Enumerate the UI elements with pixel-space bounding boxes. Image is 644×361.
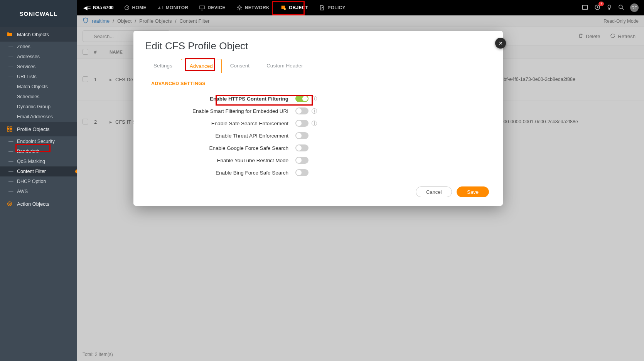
sidebar-section-label: Profile Objects xyxy=(17,126,50,132)
save-button[interactable]: Save xyxy=(457,186,489,197)
dash-icon: — xyxy=(8,84,13,89)
dash-icon: — xyxy=(8,114,13,119)
tab-settings[interactable]: Settings xyxy=(145,59,181,73)
svg-rect-10 xyxy=(582,5,588,9)
network-icon xyxy=(236,5,243,11)
dash-icon: — xyxy=(8,54,13,59)
brand-text: SONICWALL xyxy=(20,10,58,17)
tab-consent[interactable]: Consent xyxy=(222,59,258,73)
sidebar-section-match-objects[interactable]: Match Objects xyxy=(0,27,77,42)
policy-icon xyxy=(319,5,325,11)
modal-edit-cfs-profile: ✕ Edit CFS Profile Object SettingsAdvanc… xyxy=(133,31,503,206)
sidebar-item-aws[interactable]: —AWS xyxy=(0,186,77,196)
close-icon: ✕ xyxy=(499,40,503,46)
toggle[interactable] xyxy=(295,169,309,176)
sidebar-section-action-objects[interactable]: Action Objects xyxy=(0,196,77,211)
svg-point-9 xyxy=(284,8,286,10)
app-root: SONICWALL Match Objects —Zones—Addresses… xyxy=(0,0,644,361)
nav-policy[interactable]: POLICY xyxy=(314,0,351,15)
setting-label: Enable YouTube Restrict Mode xyxy=(145,158,295,163)
sidebar-section-label: Action Objects xyxy=(17,201,49,207)
modal-close-button[interactable]: ✕ xyxy=(495,38,506,49)
dash-icon: — xyxy=(8,44,13,49)
cancel-button[interactable]: Cancel xyxy=(416,186,452,197)
sidebar-section-label: Match Objects xyxy=(17,32,49,37)
avatar-initials: DE xyxy=(631,5,637,10)
topnav: ◀≡ NSa 6700 HOMEMONITORDEVICENETWORKOBJE… xyxy=(0,0,644,15)
collapse-sidebar-icon[interactable]: ◀≡ xyxy=(81,5,93,11)
svg-point-8 xyxy=(239,7,240,8)
dash-icon: — xyxy=(8,169,13,174)
sidebar-item-endpoint-security[interactable]: —Endpoint Security xyxy=(0,136,77,146)
setting-label: Enable HTTPS Content Filtering xyxy=(145,96,295,102)
sidebar-item-services[interactable]: —Services xyxy=(0,62,77,72)
sidebar-item-qos-marking[interactable]: —QoS Marking xyxy=(0,156,77,166)
setting-enable-google-force-safe-search: Enable Google Force Safe Search xyxy=(145,142,491,154)
dash-icon: — xyxy=(8,189,13,194)
alerts-icon[interactable]: 7 xyxy=(594,4,601,12)
setting-enable-bing-force-safe-search: Enable Bing Force Safe Search xyxy=(145,166,491,179)
sidebar-item-addresses[interactable]: —Addresses xyxy=(0,52,77,62)
toggle[interactable] xyxy=(295,120,309,127)
info-icon[interactable]: i xyxy=(312,96,317,101)
avatar[interactable]: DE xyxy=(630,3,639,12)
modal-tabs: SettingsAdvancedConsentCustom Header xyxy=(145,59,491,73)
toggle[interactable] xyxy=(295,157,309,164)
sidebar-item-dynamic-group[interactable]: —Dynamic Group xyxy=(0,102,77,112)
svg-rect-2 xyxy=(7,129,9,131)
home-icon xyxy=(124,5,130,11)
search-icon[interactable] xyxy=(618,4,625,12)
svg-rect-3 xyxy=(10,129,12,131)
sidebar-item-content-filter[interactable]: —Content Filter xyxy=(0,166,77,176)
sidebar-item-uri-lists[interactable]: —URI Lists xyxy=(0,72,77,82)
nav-monitor[interactable]: MONITOR xyxy=(152,0,194,15)
svg-rect-7 xyxy=(200,6,204,9)
setting-label: Enable Threat API Enforcement xyxy=(145,133,295,139)
tab-advanced[interactable]: Advanced xyxy=(181,59,222,73)
dash-icon: — xyxy=(8,139,13,144)
svg-point-5 xyxy=(9,203,10,205)
sidebar-item-zones[interactable]: —Zones xyxy=(0,42,77,52)
dash-icon: — xyxy=(8,74,13,79)
alerts-badge: 7 xyxy=(598,2,604,6)
brand-logo: SONICWALL xyxy=(0,0,77,27)
svg-rect-1 xyxy=(10,127,12,129)
monitor-icon xyxy=(157,5,164,11)
toggle[interactable] xyxy=(295,95,309,102)
dash-icon: — xyxy=(8,104,13,109)
dash-icon: — xyxy=(8,149,13,154)
nav-object[interactable]: OBJECT xyxy=(275,0,314,15)
info-icon[interactable]: i xyxy=(312,108,317,114)
modal-actions: Cancel Save xyxy=(145,186,491,197)
dash-icon: — xyxy=(8,64,13,69)
nav-network[interactable]: NETWORK xyxy=(231,0,275,15)
setting-label: Enable Safe Search Enforcement xyxy=(145,121,295,126)
dash-icon: — xyxy=(8,159,13,164)
toggle[interactable] xyxy=(295,107,309,114)
toggle[interactable] xyxy=(295,144,309,151)
grid-icon xyxy=(6,126,13,133)
setting-enable-youtube-restrict-mode: Enable YouTube Restrict Mode xyxy=(145,154,491,166)
sidebar-item-dhcp-option[interactable]: —DHCP Option xyxy=(0,176,77,186)
target-icon xyxy=(6,200,13,207)
setting-enable-smart-filtering-for-embedded-uri: Enable Smart Filtering for Embedded URIi xyxy=(145,105,491,117)
nav-home[interactable]: HOME xyxy=(118,0,152,15)
toggle[interactable] xyxy=(295,132,309,139)
svg-point-12 xyxy=(619,5,622,8)
sidebar-section-profile-objects[interactable]: Profile Objects xyxy=(0,122,77,136)
sidebar-item-schedules[interactable]: —Schedules xyxy=(0,92,77,102)
device-icon xyxy=(199,5,205,11)
info-icon[interactable]: i xyxy=(312,121,317,126)
setting-enable-safe-search-enforcement: Enable Safe Search Enforcementi xyxy=(145,117,491,129)
sidebar-item-match-objects[interactable]: —Match Objects xyxy=(0,82,77,92)
tips-icon[interactable] xyxy=(606,4,612,12)
tab-custom-header[interactable]: Custom Header xyxy=(258,59,312,73)
console-icon[interactable] xyxy=(582,4,588,12)
setting-enable-threat-api-enforcement: Enable Threat API Enforcement xyxy=(145,129,491,142)
folder-icon xyxy=(6,31,13,38)
sidebar-item-bandwidth[interactable]: —Bandwidth xyxy=(0,146,77,156)
setting-label: Enable Google Force Safe Search xyxy=(145,145,295,151)
nav-device[interactable]: DEVICE xyxy=(194,0,231,15)
sidebar-item-email-addresses[interactable]: —Email Addresses xyxy=(0,112,77,122)
dash-icon: — xyxy=(8,94,13,99)
